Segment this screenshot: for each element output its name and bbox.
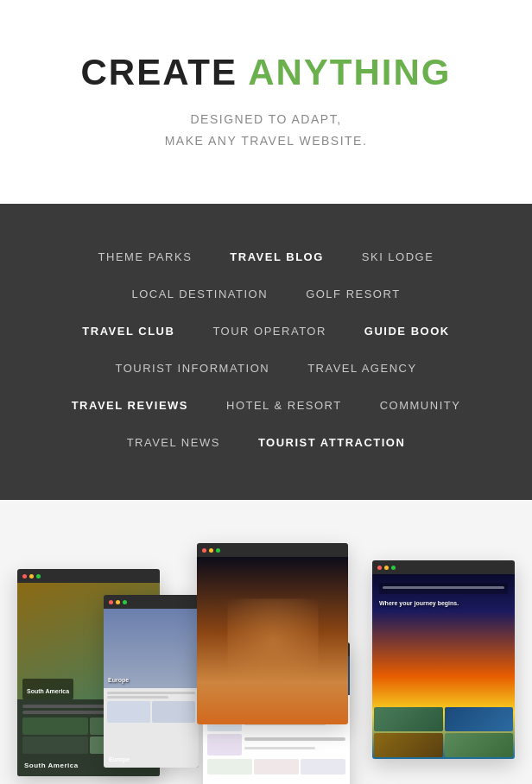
screenshots-container: South America (9, 543, 523, 784)
tag-guide-book[interactable]: GUIDE BOOK (345, 313, 469, 350)
screenshot-canyon (197, 543, 348, 724)
tags-row-2: LOCAL DESTINATION GOLF RESORT (17, 275, 515, 313)
browser-bar-2 (104, 595, 199, 609)
browser-dot-yellow-2 (116, 600, 120, 604)
hero-section: CREATE ANYTHING DESIGNED TO ADAPT, MAKE … (0, 0, 532, 204)
browser-bar-1 (17, 569, 160, 583)
tag-theme-parks[interactable]: THEME PARKS (79, 238, 212, 275)
tag-ski-lodge[interactable]: SKI LODGE (343, 238, 453, 275)
browser-bar-3 (197, 543, 348, 557)
tag-travel-reviews[interactable]: TRAVEL REVIEWS (53, 387, 207, 424)
tag-hotel-resort[interactable]: HOTEL & RESORT (207, 387, 361, 424)
tag-tourist-information[interactable]: TOURIST INFORMATION (96, 350, 288, 387)
browser-dot-red (22, 574, 27, 579)
tags-row-3: TRAVEL CLUB TOUR OPERATOR GUIDE BOOK (17, 313, 515, 350)
hero-subtitle-line1: DESIGNED TO ADAPT, (190, 112, 341, 126)
browser-dot-yellow-3 (209, 548, 213, 553)
screenshot-img-canyon (197, 557, 348, 724)
browser-bar-5 (372, 560, 515, 574)
hero-subtitle-line2: MAKE ANY TRAVEL WEBSITE. (165, 134, 368, 148)
browser-dot-yellow (29, 574, 34, 579)
tags-row-4: TOURIST INFORMATION TRAVEL AGENCY (17, 350, 515, 387)
hero-title-highlight: ANYTHING (248, 52, 451, 92)
hero-title-plain: CREATE (80, 52, 248, 92)
browser-dot-green-3 (216, 548, 220, 553)
browser-dot-red-2 (109, 600, 113, 604)
tag-travel-agency[interactable]: TRAVEL AGENCY (288, 350, 435, 387)
tag-travel-club[interactable]: TRAVEL CLUB (63, 313, 193, 350)
tag-golf-resort[interactable]: GOLF RESORT (287, 275, 419, 313)
screenshot-sunset: Where your journey begins. (372, 560, 515, 759)
hero-title: CREATE ANYTHING (17, 52, 515, 93)
tag-tour-operator[interactable]: TOUR OPERATOR (193, 313, 345, 350)
tag-travel-blog[interactable]: TRAVEL BLOG (211, 238, 342, 275)
browser-dot-red-5 (377, 566, 382, 570)
screenshot-img-sunset: Where your journey begins. (372, 574, 515, 759)
tags-row-1: THEME PARKS TRAVEL BLOG SKI LODGE (17, 238, 515, 275)
tag-community[interactable]: COMMUNITY (361, 387, 480, 424)
browser-dot-green-5 (391, 566, 396, 570)
tags-section: THEME PARKS TRAVEL BLOG SKI LODGE LOCAL … (0, 204, 532, 500)
tag-tourist-attraction[interactable]: TOURIST ATTRACTION (239, 424, 424, 461)
tag-local-destination[interactable]: LOCAL DESTINATION (112, 275, 287, 313)
tags-row-5: TRAVEL REVIEWS HOTEL & RESORT COMMUNITY (17, 387, 515, 424)
screenshots-section: South America (0, 500, 532, 784)
browser-dot-red-3 (202, 548, 206, 553)
tags-row-6: TRAVEL NEWS TOURIST ATTRACTION (17, 424, 515, 461)
hero-subtitle: DESIGNED TO ADAPT, MAKE ANY TRAVEL WEBSI… (17, 109, 515, 152)
browser-dot-yellow-5 (384, 566, 389, 570)
tag-travel-news[interactable]: TRAVEL NEWS (108, 424, 239, 461)
screenshot-img-europe: Europe (104, 609, 199, 768)
screenshot-europe: Europe (104, 595, 199, 768)
browser-dot-green (36, 574, 41, 579)
browser-dot-green-2 (123, 600, 127, 604)
